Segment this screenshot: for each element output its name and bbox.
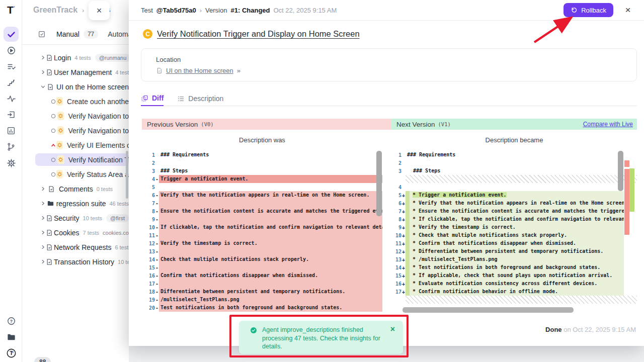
right-pane-horizontal-scrollbar[interactable] <box>403 307 574 313</box>
diff-row-right-16: 16+* Evaluate notification consistency a… <box>391 280 637 288</box>
tab-automated[interactable]: Automated <box>108 30 129 38</box>
sidebar-item-create-ouch-anothe[interactable]: Create ouch anothe <box>22 94 129 109</box>
diff-row-right-10: 10+* Check that multiple notifications s… <box>391 231 637 239</box>
diff-sign: - <box>155 176 159 182</box>
diff-row-right-5: 5+* Trigger a notification event. <box>391 191 637 199</box>
sidebar-item-user-management[interactable]: User Management4 tests <box>22 65 129 79</box>
line-number: 13 <box>142 249 155 254</box>
diff-line-text: Confirm that notifications disappear whe… <box>159 272 382 280</box>
spinner-icon <box>56 97 63 106</box>
modal-close-icon[interactable]: × <box>621 5 635 16</box>
rail-folder-icon[interactable] <box>4 329 19 344</box>
diff-line-text: * Differentiate between persistent and t… <box>406 247 624 255</box>
diff-line-text: * Check that multiple notifications stac… <box>406 231 624 239</box>
sidebar-item-verify-ui-elements-o[interactable]: Verify UI Elements o <box>22 138 129 152</box>
doc-icon <box>48 185 58 193</box>
diff-sign: - <box>155 305 159 311</box>
rail-activity-icon[interactable] <box>4 91 19 106</box>
sidebar-item-regression-suite[interactable]: regression suite46 tests <box>22 196 129 211</box>
sidebar-item-transaction-history[interactable]: Transaction History10 tests <box>22 254 129 269</box>
tab-diff[interactable]: Diff <box>141 91 164 106</box>
sidebar-item-label: Network Requests <box>54 243 111 251</box>
breadcrumb-app[interactable]: GreenTrack <box>33 6 77 15</box>
sidebar-item-security[interactable]: Security10 tests@first <box>22 211 129 225</box>
diff-line-text <box>159 159 382 167</box>
diff-line-text: * /multiselect_TestPlans.png <box>406 255 624 263</box>
sidebar-close-button[interactable]: × <box>89 1 110 20</box>
diff-sign: + <box>401 217 406 222</box>
diff-row-left-19: 19-/multiselect_TestPlans.png <box>142 296 382 304</box>
diff-sign: + <box>401 257 406 262</box>
line-number: 4 <box>391 185 401 190</box>
rail-branch-icon[interactable] <box>4 139 19 154</box>
test-title[interactable]: Verify Notification Trigger and Display … <box>157 29 360 39</box>
tab-manual[interactable]: Manual <box>56 30 79 38</box>
test-id: @Tab5d75a0 <box>156 7 196 14</box>
sidebar-item-comments[interactable]: Comments0 tests <box>22 182 129 196</box>
line-number: 17 <box>391 289 401 295</box>
diff-collapsed-region <box>406 175 637 183</box>
item-test-count: 4 tests <box>115 69 129 75</box>
rail-list-check-icon[interactable] <box>4 59 19 74</box>
right-pane-scrollbar[interactable] <box>618 151 623 191</box>
diff-sign: - <box>155 233 159 238</box>
sidebar-item-cookies[interactable]: Cookies7 testscookies.co <box>22 225 129 240</box>
diff-row-right-9: 9+* Verify the timestamp is correct. <box>391 223 637 231</box>
diff-row-left-20: 20-Test notifications in both foreground… <box>142 304 382 312</box>
sidebar-item-verify-navigation-to[interactable]: Verify Navigation to <box>22 109 129 123</box>
line-number: 3 <box>142 168 155 174</box>
diff-sign: + <box>401 273 406 279</box>
diff-line-text <box>406 183 637 191</box>
line-number: 18 <box>142 289 155 295</box>
annotation-arrow <box>527 12 578 47</box>
diff-line-text <box>159 231 382 239</box>
line-number: 1 <box>142 152 155 158</box>
right-pane-caption: Description became <box>391 136 637 144</box>
doc-icon <box>46 243 53 251</box>
rail-steps-icon[interactable] <box>4 75 19 90</box>
location-link[interactable]: UI on the Home screen <box>166 67 233 74</box>
diff-row-left-4: 4-Trigger a notification event. <box>142 175 382 183</box>
rail-tests-check-icon[interactable] <box>4 27 19 42</box>
diff-row-left-11: 11- <box>142 231 382 239</box>
line-number: 8 <box>391 217 401 222</box>
sidebar-scrollbar[interactable] <box>126 151 128 199</box>
line-number: 3 <box>391 168 401 174</box>
sidebar-item-verify-navigation-to[interactable]: Verify Navigation to <box>22 123 129 138</box>
diff-overview-added-mark <box>629 168 634 212</box>
app-rail: T' ?T <box>0 0 22 362</box>
compare-with-live-link[interactable]: Compare with Live <box>583 121 633 128</box>
sidebar-item-network-requests[interactable]: Network Requests6 tests <box>22 240 129 254</box>
line-number: 12 <box>142 241 155 246</box>
sidebar-item-label: User Management <box>54 68 112 76</box>
chevron-right-icon <box>40 244 46 250</box>
left-pane-scrollbar[interactable] <box>376 151 382 216</box>
diff-row-left-13: 13- <box>142 247 382 255</box>
chevron-right-icon <box>40 201 47 206</box>
sidebar-item-login[interactable]: Login4 tests@runmanu <box>22 50 129 65</box>
rail-run-play-icon[interactable] <box>4 43 19 58</box>
rail-help-icon[interactable]: ? <box>4 313 19 328</box>
line-number: 10 <box>142 225 155 230</box>
diff-row-right-6: 6+* Verify that the notification appears… <box>391 199 637 207</box>
diff-line-text: ### Requirements <box>159 151 382 159</box>
diff-row-left-1: 1### Requirements <box>142 151 382 159</box>
rail-exit-box-icon[interactable] <box>4 107 19 122</box>
sidebar-item-label: regression suite <box>56 200 106 208</box>
rail-settings-gear-icon[interactable] <box>4 155 19 170</box>
diff-row-left-15: 15- <box>142 263 382 272</box>
app-logo: T' <box>0 4 22 16</box>
chevron-down-icon <box>40 84 47 89</box>
sidebar-item-verify-status-area-a[interactable]: Verify Status Area a <box>22 167 129 182</box>
diff-line-text: * Verify the timestamp is correct. <box>406 223 624 231</box>
location-label: Location <box>156 56 181 63</box>
folder-solid-icon <box>47 200 55 207</box>
rail-chart-icon[interactable] <box>4 123 19 138</box>
rail-avatar-logo-icon[interactable]: T <box>4 345 19 360</box>
tab-description[interactable]: Description <box>177 91 223 106</box>
sidebar-item-ui-on-the-home-screen[interactable]: UI on the Home screen <box>22 79 129 94</box>
sidebar-item-verify-notification-t[interactable]: Verify Notification T <box>22 152 129 167</box>
diff-line-text <box>159 263 382 272</box>
status-circle-icon <box>50 99 56 105</box>
diff-row-right-13: 13+* /multiselect_TestPlans.png <box>391 255 637 263</box>
